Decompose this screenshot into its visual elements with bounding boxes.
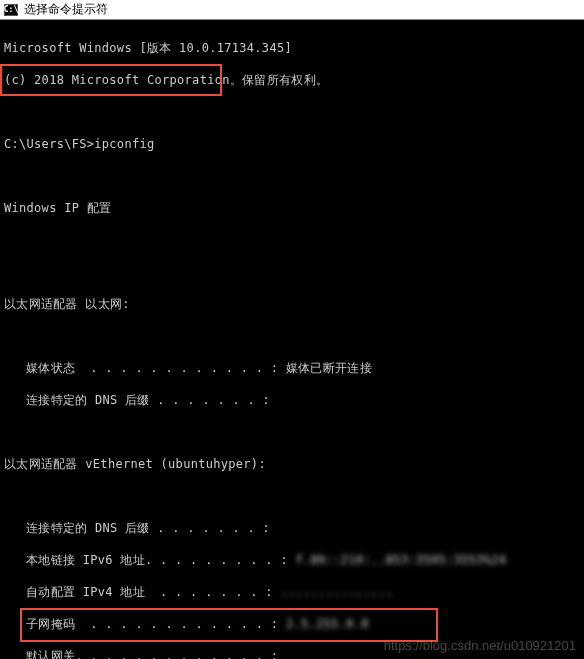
prompt-path: C:\Users\FS>	[4, 137, 94, 151]
terminal-output[interactable]: Microsoft Windows [版本 10.0.17134.345] (c…	[0, 20, 584, 659]
ethernet-media-state: 媒体状态 媒体已断开连接	[4, 360, 580, 376]
vethernet-subnet: 子网掩码 2.5.255.0.0	[4, 616, 580, 632]
version-line: Microsoft Windows [版本 10.0.17134.345]	[4, 40, 580, 56]
adapter-ethernet-title: 以太网适配器 以太网:	[4, 296, 580, 312]
ip-config-title: Windows IP 配置	[4, 200, 580, 216]
title-bar: C:\ 选择命令提示符	[0, 0, 584, 20]
vethernet-dns-suffix: 连接特定的 DNS 后缀 . . . . . . . :	[4, 520, 580, 536]
adapter-vethernet-title: 以太网适配器 vEthernet (ubuntuhyper):	[4, 456, 580, 472]
vethernet-autoconfig: 自动配置 IPv4 地址 . . . . . . . : ...........…	[4, 584, 580, 600]
window-title: 选择命令提示符	[24, 1, 108, 18]
vethernet-ipv6: 本地链接 IPv6 地址. . . . . . . . . : f.80::21…	[4, 552, 580, 568]
cmd-icon: C:\	[4, 4, 18, 16]
ethernet-dns-suffix: 连接特定的 DNS 后缀 . . . . . . . :	[4, 392, 580, 408]
watermark: https://blog.csdn.net/u010921201	[384, 638, 576, 653]
command-text: ipconfig	[94, 137, 154, 151]
prompt-line: C:\Users\FS>ipconfig	[4, 136, 580, 152]
copyright-line: (c) 2018 Microsoft Corporation。保留所有权利。	[4, 72, 580, 88]
